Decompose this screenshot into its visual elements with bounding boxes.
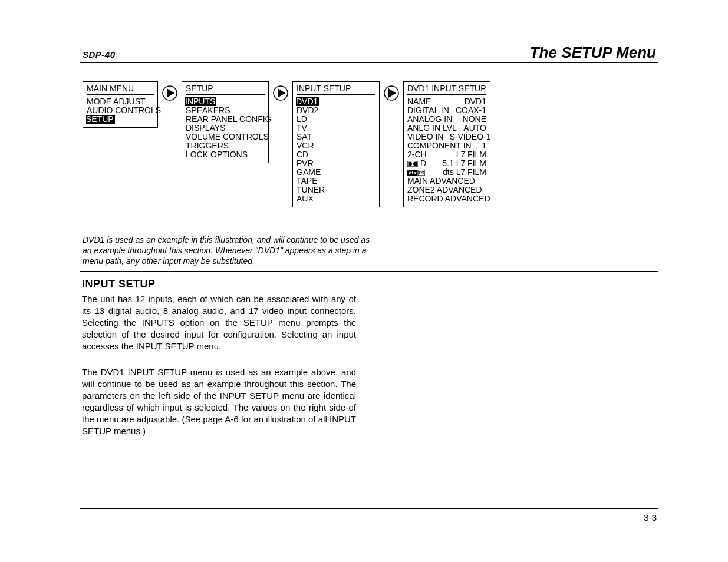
screen-input-setup: INPUT SETUP DVD1DVD2LDTVSATVCRCDPVRGAMET… (292, 81, 380, 207)
param-row-dolby: D 5.1 L7 FILM (407, 159, 486, 168)
menu-item: SPEAKERS (186, 106, 265, 115)
param-row: 2-CHL7 FILM (407, 150, 486, 159)
param-label: D (418, 158, 426, 168)
screen-title: MAIN MENU (87, 84, 154, 93)
param-value: dts L7 FILM (443, 168, 486, 177)
menu-item: SETUP (86, 115, 115, 124)
screen-title: DVD1 INPUT SETUP (407, 84, 486, 93)
divider (87, 94, 154, 95)
menu-item: RECORD ADVANCED (407, 194, 486, 203)
param-row: ANALOG INNONE (407, 115, 486, 124)
menu-item: DISPLAYS (186, 124, 265, 133)
body-paragraph: The unit has 12 inputs, each of which ca… (82, 293, 356, 352)
menu-item: AUX (297, 194, 375, 203)
screen-dvd1-input-setup: DVD1 INPUT SETUP NAMEDVD1DIGITAL INCOAX-… (403, 81, 490, 207)
menu-item: TV (297, 124, 375, 133)
param-label: COMPONENT IN (407, 141, 472, 150)
menu-item: DVD2 (297, 106, 375, 115)
svg-marker-3 (278, 88, 285, 98)
menu-item: LOCK OPTIONS (186, 150, 265, 159)
param-label: ANLG IN LVL (407, 124, 457, 133)
divider (407, 94, 486, 95)
svg-text:ES: ES (419, 171, 424, 175)
screen-title: SETUP (186, 84, 265, 93)
dolby-icon (407, 161, 418, 167)
param-value: 5.1 L7 FILM (442, 159, 486, 168)
menu-item: VOLUME CONTROLS (186, 133, 265, 141)
menu-item: DVD1 (296, 97, 319, 106)
screen-setup: SETUP INPUTSSPEAKERSREAR PANEL CONFIGDIS… (182, 81, 269, 163)
param-value: 1 (482, 141, 486, 150)
menu-item: PVR (297, 159, 375, 168)
param-row: VIDEO INS-VIDEO-1 (407, 133, 486, 141)
page-number: 3-3 (644, 513, 657, 523)
svg-marker-1 (167, 88, 174, 98)
menu-item: MODE ADJUST (87, 97, 154, 106)
svg-text:dts: dts (409, 170, 417, 176)
param-row: ANLG IN LVLAUTO (407, 124, 486, 133)
param-value: NONE (463, 115, 486, 124)
menu-item: MAIN ADVANCED (407, 177, 486, 186)
section-heading: INPUT SETUP (82, 278, 156, 290)
param-value: S-VIDEO-1 (449, 133, 490, 141)
menu-item: TRIGGERS (186, 141, 265, 150)
arrow-icon (158, 85, 182, 101)
param-label: 2-CH (407, 150, 427, 159)
param-value: AUTO (463, 124, 486, 133)
header-rule (80, 62, 658, 63)
menu-item: LD (297, 115, 375, 124)
separator-rule (80, 271, 658, 272)
menu-breadcrumb-screens: MAIN MENU MODE ADJUSTAUDIO CONTROLSSETUP… (83, 81, 490, 207)
param-label: ANALOG IN (407, 115, 452, 124)
param-value: DVD1 (465, 97, 486, 106)
param-row: COMPONENT IN1 (407, 141, 486, 150)
menu-item: REAR PANEL CONFIG (186, 115, 265, 124)
header-model: SDP-40 (83, 49, 116, 59)
menu-item: GAME (297, 168, 375, 177)
param-label: VIDEO IN (407, 133, 443, 141)
screen-main-menu: MAIN MENU MODE ADJUSTAUDIO CONTROLSSETUP (83, 81, 158, 128)
menu-item: TAPE (297, 177, 375, 186)
menu-item: SAT (297, 133, 375, 141)
svg-marker-5 (388, 88, 396, 98)
dts-es-icon: dts ES (407, 170, 425, 176)
param-row-dts: dts ES dts L7 FILM (407, 168, 486, 177)
footer-rule (80, 508, 658, 509)
screen-title: INPUT SETUP (297, 84, 375, 93)
param-label: DIGITAL IN (407, 106, 449, 115)
body-paragraph: The DVD1 INPUT SETUP menu is used as an … (82, 366, 356, 437)
menu-item: AUDIO CONTROLS (87, 106, 154, 115)
menu-item: CD (297, 150, 375, 159)
arrow-icon (380, 85, 403, 101)
param-row: DIGITAL INCOAX-1 (407, 106, 486, 115)
menu-item: INPUTS (185, 97, 216, 106)
param-row: NAMEDVD1 (407, 97, 486, 106)
param-label: NAME (407, 97, 431, 106)
header-title: The SETUP Menu (530, 44, 656, 62)
divider (186, 94, 265, 95)
param-value: COAX-1 (456, 106, 486, 115)
arrow-icon (269, 85, 292, 101)
menu-item: ZONE2 ADVANCED (407, 186, 486, 194)
divider (297, 94, 375, 95)
body-column: The unit has 12 inputs, each of which ca… (82, 293, 356, 451)
menu-item: VCR (297, 141, 375, 150)
menu-item: TUNER (297, 186, 375, 194)
param-value: L7 FILM (456, 150, 486, 159)
figure-caption: DVD1 is used as an example in this illus… (83, 234, 377, 266)
